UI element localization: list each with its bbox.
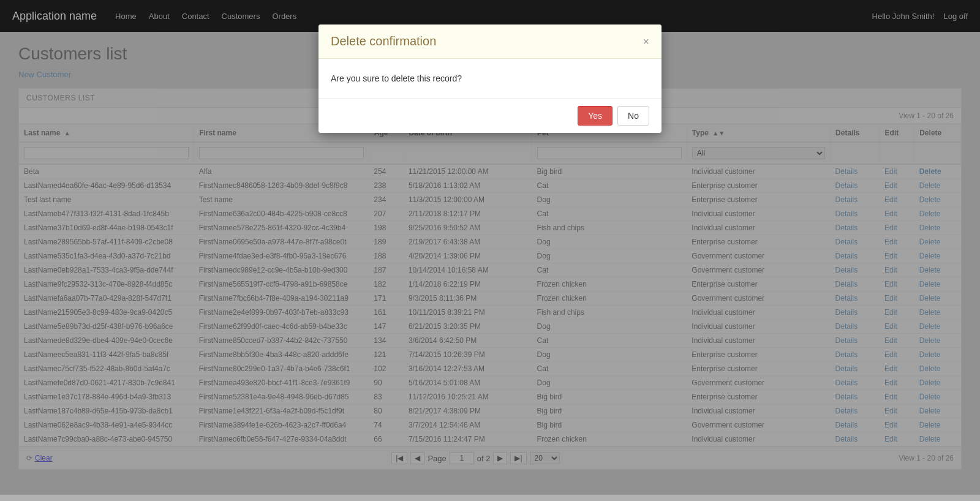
modal-overlay: Delete confirmation × Are you sure to de… xyxy=(0,0,980,501)
modal-header: Delete confirmation × xyxy=(318,24,662,59)
modal-footer: Yes No xyxy=(318,98,662,133)
modal-close-button[interactable]: × xyxy=(643,36,649,47)
modal-title: Delete confirmation xyxy=(331,34,436,48)
modal-body-text: Are you sure to delete this record? xyxy=(331,73,462,83)
modal-body: Are you sure to delete this record? xyxy=(318,59,662,98)
yes-button[interactable]: Yes xyxy=(578,106,612,126)
no-button[interactable]: No xyxy=(617,106,649,126)
delete-modal: Delete confirmation × Are you sure to de… xyxy=(318,24,662,133)
